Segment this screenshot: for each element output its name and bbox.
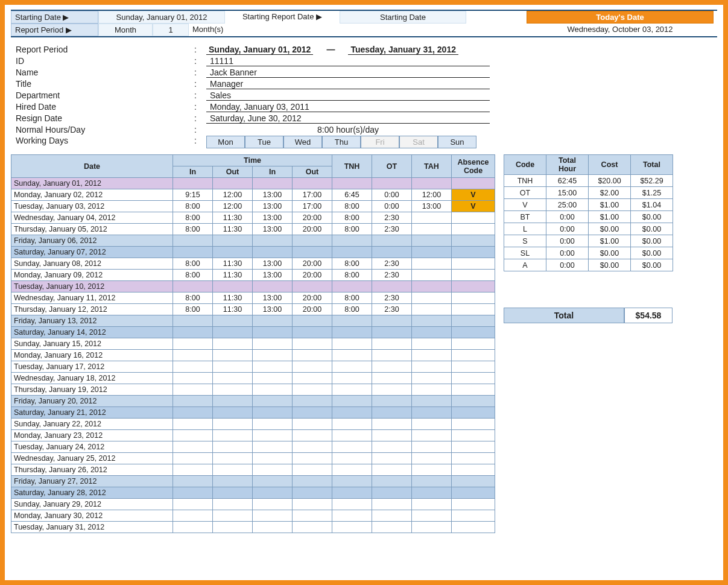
cell[interactable] bbox=[372, 384, 412, 396]
cell[interactable]: 6:45 bbox=[332, 189, 372, 201]
cell[interactable] bbox=[293, 361, 332, 373]
cell[interactable] bbox=[412, 212, 452, 224]
cell[interactable] bbox=[372, 407, 412, 419]
table-row[interactable]: Saturday, January 14, 2012 bbox=[11, 327, 495, 338]
cell[interactable] bbox=[412, 522, 452, 533]
cell[interactable] bbox=[332, 510, 372, 522]
table-row[interactable]: Sunday, January 22, 2012 bbox=[11, 419, 495, 430]
cell[interactable]: 17:00 bbox=[293, 201, 332, 212]
cell[interactable] bbox=[332, 178, 372, 189]
cell[interactable] bbox=[412, 235, 452, 247]
cell[interactable] bbox=[372, 281, 412, 292]
cell[interactable]: 8:00 bbox=[173, 224, 213, 235]
cell[interactable] bbox=[452, 396, 495, 407]
cell[interactable] bbox=[332, 430, 372, 441]
cell[interactable] bbox=[253, 361, 293, 373]
cell[interactable] bbox=[213, 441, 253, 453]
cell[interactable] bbox=[412, 384, 452, 396]
cell[interactable] bbox=[213, 281, 253, 292]
cell[interactable] bbox=[452, 510, 495, 522]
cell[interactable] bbox=[173, 419, 213, 430]
cell[interactable]: 0:00 bbox=[372, 189, 412, 201]
cell[interactable] bbox=[452, 522, 495, 533]
cell[interactable] bbox=[452, 384, 495, 396]
cell[interactable] bbox=[452, 453, 495, 464]
cell[interactable]: Saturday, January 28, 2012 bbox=[11, 487, 173, 499]
cell[interactable]: 12:00 bbox=[213, 201, 253, 212]
cell[interactable]: 13:00 bbox=[253, 224, 293, 235]
table-row[interactable]: Monday, January 16, 2012 bbox=[11, 350, 495, 361]
cell[interactable]: 20:00 bbox=[293, 258, 332, 270]
cell[interactable] bbox=[213, 510, 253, 522]
cell[interactable] bbox=[173, 338, 213, 350]
cell[interactable] bbox=[412, 464, 452, 476]
cell[interactable]: 2:30 bbox=[372, 270, 412, 281]
starting-date-label[interactable]: Starting Date ▶ bbox=[11, 11, 98, 24]
cell[interactable]: 17:00 bbox=[293, 189, 332, 201]
cell[interactable] bbox=[332, 338, 372, 350]
cell[interactable]: 2:30 bbox=[372, 258, 412, 270]
cell[interactable] bbox=[372, 338, 412, 350]
cell[interactable]: 13:00 bbox=[253, 212, 293, 224]
cell[interactable] bbox=[412, 361, 452, 373]
cell[interactable] bbox=[452, 338, 495, 350]
cell[interactable] bbox=[293, 430, 332, 441]
cell[interactable] bbox=[293, 476, 332, 487]
cell[interactable] bbox=[213, 419, 253, 430]
day-thu[interactable]: Thu bbox=[322, 136, 361, 148]
cell[interactable] bbox=[173, 247, 213, 258]
cell[interactable] bbox=[213, 235, 253, 247]
cell[interactable]: 11:30 bbox=[213, 212, 253, 224]
cell[interactable]: Tuesday, January 03, 2012 bbox=[11, 201, 173, 212]
cell[interactable]: Friday, January 13, 2012 bbox=[11, 315, 173, 327]
cell[interactable] bbox=[293, 487, 332, 499]
cell[interactable] bbox=[213, 522, 253, 533]
cell[interactable] bbox=[253, 315, 293, 327]
cell[interactable] bbox=[173, 396, 213, 407]
cell[interactable] bbox=[372, 522, 412, 533]
cell[interactable]: Wednesday, January 04, 2012 bbox=[11, 212, 173, 224]
cell[interactable] bbox=[452, 373, 495, 384]
cell[interactable]: 11:30 bbox=[213, 270, 253, 281]
cell[interactable]: Thursday, January 26, 2012 bbox=[11, 464, 173, 476]
cell[interactable] bbox=[372, 476, 412, 487]
cell[interactable] bbox=[412, 178, 452, 189]
cell[interactable]: 8:00 bbox=[173, 304, 213, 315]
cell[interactable]: 20:00 bbox=[293, 304, 332, 315]
cell[interactable] bbox=[293, 315, 332, 327]
cell[interactable] bbox=[372, 441, 412, 453]
report-period-qty[interactable]: 1 bbox=[153, 24, 189, 36]
cell[interactable] bbox=[173, 522, 213, 533]
cell[interactable]: Saturday, January 21, 2012 bbox=[11, 407, 173, 419]
cell[interactable] bbox=[293, 247, 332, 258]
cell[interactable]: Monday, January 09, 2012 bbox=[11, 270, 173, 281]
cell[interactable]: 8:00 bbox=[173, 270, 213, 281]
cell[interactable]: 20:00 bbox=[293, 292, 332, 304]
cell[interactable]: Wednesday, January 25, 2012 bbox=[11, 453, 173, 464]
cell[interactable] bbox=[452, 235, 495, 247]
cell[interactable] bbox=[293, 441, 332, 453]
table-row[interactable]: Monday, January 23, 2012 bbox=[11, 430, 495, 441]
cell[interactable] bbox=[452, 487, 495, 499]
cell[interactable] bbox=[412, 373, 452, 384]
table-row[interactable]: Wednesday, January 25, 2012 bbox=[11, 453, 495, 464]
cell[interactable] bbox=[412, 487, 452, 499]
day-fri[interactable]: Fri bbox=[361, 136, 399, 148]
cell[interactable]: Monday, January 16, 2012 bbox=[11, 350, 173, 361]
cell[interactable]: Monday, January 30, 2012 bbox=[11, 510, 173, 522]
cell[interactable]: Wednesday, January 11, 2012 bbox=[11, 292, 173, 304]
cell[interactable] bbox=[253, 338, 293, 350]
cell[interactable] bbox=[253, 522, 293, 533]
cell[interactable]: 13:00 bbox=[253, 304, 293, 315]
cell[interactable] bbox=[213, 361, 253, 373]
cell[interactable] bbox=[213, 487, 253, 499]
table-row[interactable]: Tuesday, January 10, 2012 bbox=[11, 281, 495, 292]
cell[interactable] bbox=[412, 476, 452, 487]
cell[interactable]: Tuesday, January 17, 2012 bbox=[11, 361, 173, 373]
cell[interactable] bbox=[213, 453, 253, 464]
cell[interactable] bbox=[372, 178, 412, 189]
report-period-unit[interactable]: Month bbox=[98, 24, 153, 36]
cell[interactable]: 13:00 bbox=[253, 201, 293, 212]
cell[interactable] bbox=[372, 419, 412, 430]
cell[interactable] bbox=[372, 499, 412, 510]
